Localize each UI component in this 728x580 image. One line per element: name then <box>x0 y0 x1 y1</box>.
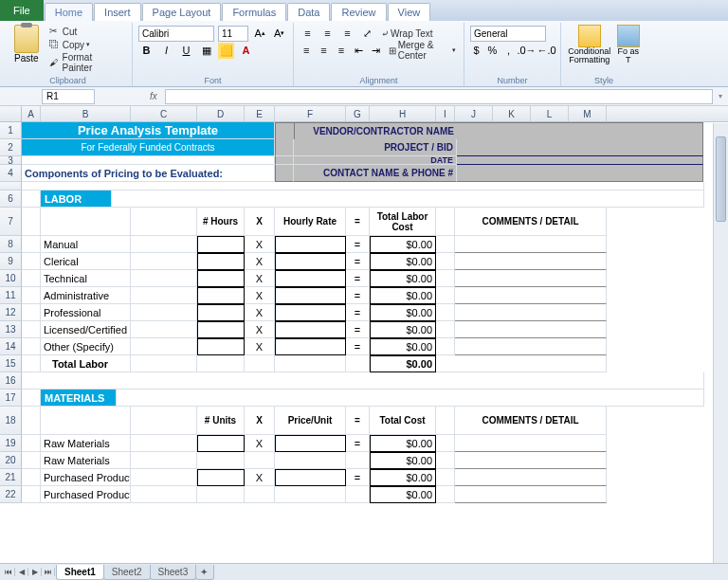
cell[interactable] <box>131 236 197 253</box>
cell[interactable] <box>41 407 131 435</box>
hours-input[interactable] <box>197 270 245 287</box>
labor-cost-cell[interactable]: $0.00 <box>370 287 436 304</box>
labor-cost-cell[interactable]: $0.00 <box>370 236 436 253</box>
material-row-label[interactable]: Purchased Product <box>41 469 131 486</box>
decrease-font-button[interactable]: A▾ <box>272 26 288 42</box>
cell[interactable] <box>131 452 197 469</box>
material-row-label[interactable]: Raw Materials <box>41 435 131 452</box>
hours-input[interactable] <box>197 304 245 321</box>
cell[interactable] <box>117 390 704 407</box>
fill-color-button[interactable]: 🟨 <box>218 43 234 59</box>
equals-cell[interactable] <box>346 486 370 503</box>
row-header[interactable]: 17 <box>0 390 22 407</box>
cell[interactable] <box>436 287 455 304</box>
format-painter-button[interactable]: Format Painter <box>47 51 126 74</box>
col-header[interactable]: K <box>493 106 531 121</box>
comment-input[interactable] <box>455 321 607 338</box>
cell[interactable] <box>22 407 41 435</box>
font-size-select[interactable] <box>218 26 248 42</box>
cell[interactable] <box>131 338 197 355</box>
fx-icon[interactable]: fx <box>142 91 165 101</box>
sheet-tab-2[interactable]: Sheet2 <box>103 565 151 580</box>
tab-page-layout[interactable]: Page Layout <box>142 3 222 21</box>
labor-row-label[interactable]: Administrative <box>41 287 131 304</box>
x-cell[interactable]: X <box>245 338 275 355</box>
paste-button[interactable]: Paste <box>9 25 44 72</box>
row-header[interactable]: 6 <box>0 190 22 208</box>
col-header[interactable]: H <box>370 106 436 121</box>
comment-input[interactable] <box>455 253 607 270</box>
x-cell[interactable]: X <box>245 253 275 270</box>
decrease-decimal-button[interactable]: ←.0 <box>538 43 555 59</box>
units-input[interactable] <box>197 486 245 503</box>
rate-input[interactable] <box>275 270 346 287</box>
materials-section-header[interactable]: MATERIALS <box>41 390 117 407</box>
row-header[interactable]: 2 <box>0 139 22 156</box>
currency-button[interactable]: $ <box>470 43 482 59</box>
price-unit-header[interactable]: Price/Unit <box>275 407 346 435</box>
comment-input[interactable] <box>455 270 607 287</box>
cell[interactable] <box>112 190 704 208</box>
labor-row-label[interactable]: Licensed/Certified <box>41 321 131 338</box>
date-label[interactable]: DATE <box>294 156 457 165</box>
material-cost-cell[interactable]: $0.00 <box>370 469 436 486</box>
col-header[interactable]: M <box>569 106 607 121</box>
col-header[interactable]: C <box>131 106 197 121</box>
tab-home[interactable]: Home <box>45 3 93 21</box>
cell[interactable] <box>131 253 197 270</box>
price-input[interactable] <box>275 452 346 469</box>
comment-input[interactable] <box>455 338 607 355</box>
align-left-button[interactable]: ≡ <box>300 43 313 59</box>
material-row-label[interactable]: Purchased Product <box>41 486 131 503</box>
decrease-indent-button[interactable]: ⇤ <box>352 43 365 59</box>
sheet-nav-next-button[interactable]: ▶ <box>28 568 42 576</box>
align-bottom-button[interactable]: ≡ <box>339 26 355 42</box>
cell[interactable] <box>131 270 197 287</box>
equals-cell[interactable]: = <box>346 287 370 304</box>
cell[interactable] <box>275 139 294 156</box>
rate-input[interactable] <box>275 253 346 270</box>
cell[interactable] <box>22 190 41 208</box>
sheet-nav-last-button[interactable]: ⏭ <box>42 568 55 576</box>
equals-cell[interactable]: = <box>346 270 370 287</box>
align-top-button[interactable]: ≡ <box>300 26 316 42</box>
units-input[interactable] <box>197 435 245 452</box>
comment-input[interactable] <box>455 236 607 253</box>
hourly-rate-header[interactable]: Hourly Rate <box>275 208 346 236</box>
material-cost-cell[interactable]: $0.00 <box>370 435 436 452</box>
cell[interactable] <box>436 486 455 503</box>
cell[interactable] <box>436 338 455 355</box>
cells-area[interactable]: Price Analysis Template VENDOR/CONTRACTO… <box>22 122 728 503</box>
equals-cell[interactable]: = <box>346 304 370 321</box>
cell[interactable] <box>22 355 41 372</box>
cell[interactable] <box>131 287 197 304</box>
cell[interactable] <box>275 165 294 182</box>
border-button[interactable]: ▦ <box>198 43 214 59</box>
select-all-corner[interactable] <box>0 106 22 121</box>
x-cell[interactable]: X <box>245 236 275 253</box>
vendor-name-label[interactable]: VENDOR/CONTRACTOR NAME <box>294 122 457 139</box>
increase-indent-button[interactable]: ⇥ <box>369 43 382 59</box>
increase-font-button[interactable]: A▴ <box>252 26 268 42</box>
tab-review[interactable]: Review <box>331 3 386 21</box>
cell[interactable] <box>22 338 41 355</box>
cell[interactable] <box>436 236 455 253</box>
hours-input[interactable] <box>197 321 245 338</box>
vendor-name-input[interactable] <box>457 122 703 139</box>
x-cell[interactable]: X <box>245 469 275 486</box>
material-row-label[interactable]: Raw Materials <box>41 452 131 469</box>
align-middle-button[interactable]: ≡ <box>319 26 336 42</box>
x-header[interactable]: X <box>245 208 275 236</box>
equals-header[interactable]: = <box>346 407 370 435</box>
total-labor-label[interactable]: Total Labor <box>41 355 131 372</box>
row-header[interactable]: 7 <box>0 208 22 236</box>
units-header[interactable]: # Units <box>197 407 245 435</box>
equals-cell[interactable]: = <box>346 236 370 253</box>
font-color-button[interactable]: A <box>238 43 254 59</box>
cell[interactable] <box>131 321 197 338</box>
comment-input[interactable] <box>455 435 607 452</box>
labor-cost-cell[interactable]: $0.00 <box>370 270 436 287</box>
rate-input[interactable] <box>275 236 346 253</box>
tab-data[interactable]: Data <box>287 3 330 21</box>
format-as-table-button[interactable]: Fo as T <box>616 25 641 74</box>
